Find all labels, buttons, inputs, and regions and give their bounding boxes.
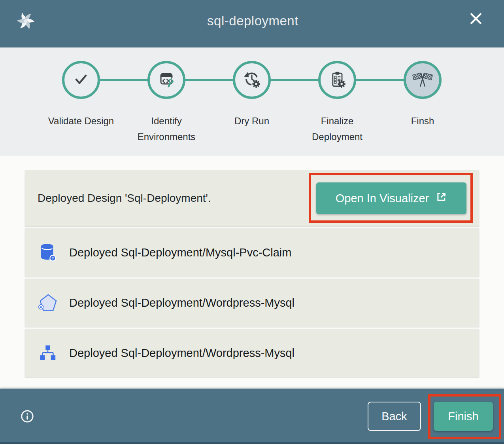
database-icon: ? [38, 242, 58, 263]
modal-header: sql-deployment [0, 0, 504, 47]
deployed-design-message: Deployed Design 'Sql-Deployment'. [38, 192, 211, 205]
finish-flags-icon [412, 69, 433, 91]
open-in-visualizer-button[interactable]: Open In Visualizer [316, 182, 466, 214]
deployed-design-row: Deployed Design 'Sql-Deployment'. Open I… [25, 170, 479, 226]
finish-button[interactable]: Finish [434, 402, 493, 431]
modal-footer: Back Finish [0, 389, 504, 444]
step-label: Validate Design [47, 113, 115, 129]
step-circle-dry-run[interactable] [233, 61, 271, 99]
deployed-item-row: Deployed Sql-Deployment/Wordpress-Mysql [25, 279, 479, 327]
svg-text:?: ? [52, 256, 54, 260]
step-circle-identify-environments[interactable] [147, 61, 185, 99]
step-identify-environments: Identify Environments [124, 61, 209, 145]
deployed-item-message: Deployed Sql-Deployment/Wordpress-Mysql [69, 347, 294, 360]
close-icon[interactable] [468, 11, 483, 26]
step-finalize-deployment: Finalize Deployment [294, 61, 380, 145]
hierarchy-icon [38, 344, 58, 362]
back-button[interactable]: Back [368, 402, 421, 431]
check-icon [71, 69, 91, 91]
open-in-visualizer-label: Open In Visualizer [336, 192, 429, 205]
step-dry-run: Dry Run [209, 61, 294, 145]
step-circle-finalize-deployment[interactable] [318, 61, 356, 99]
info-icon[interactable] [21, 410, 34, 423]
step-finish: Finsh [380, 61, 465, 145]
code-config-icon [156, 69, 177, 91]
stepper-steps: Validate Design [38, 61, 465, 145]
step-label: Finalize Deployment [304, 113, 371, 145]
step-circle-validate-design[interactable] [62, 61, 100, 99]
step-label: Finsh [389, 113, 456, 129]
dry-run-sync-gear-icon [242, 69, 262, 91]
deployment-wizard-modal: sql-deployment Validate Design [0, 0, 504, 444]
deployed-item-row: ? Deployed Sql-Deployment/Mysql-Pvc-Clai… [25, 228, 479, 277]
deployment-results: Deployed Design 'Sql-Deployment'. Open I… [0, 156, 504, 389]
modal-title: sql-deployment [37, 13, 468, 28]
deployed-item-row: Deployed Sql-Deployment/Wordpress-Mysql [25, 329, 479, 377]
step-label: Dry Run [218, 113, 285, 129]
deployed-item-message: Deployed Sql-Deployment/Wordpress-Mysql [69, 296, 294, 309]
meshery-logo-icon [14, 9, 37, 32]
checklist-gear-icon [327, 69, 347, 91]
step-label: Identify Environments [133, 113, 200, 145]
step-validate-design: Validate Design [38, 61, 124, 145]
external-link-icon [435, 191, 447, 206]
step-circle-finish[interactable] [404, 61, 442, 99]
pentagon-icon [38, 293, 58, 313]
stepper: Validate Design [0, 47, 504, 156]
deployed-item-message: Deployed Sql-Deployment/Mysql-Pvc-Claim [69, 246, 291, 259]
